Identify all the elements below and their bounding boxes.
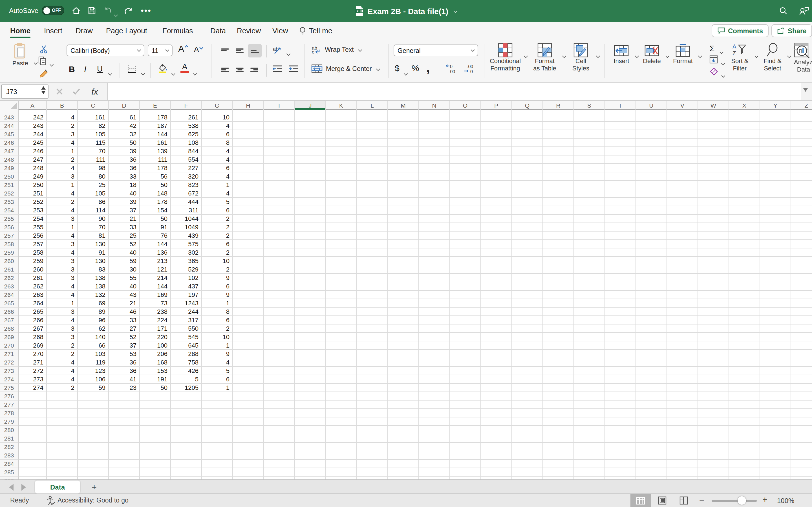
grid-cell[interactable]: 271 — [18, 358, 47, 367]
grid-cell[interactable] — [791, 367, 812, 375]
grid-cell[interactable] — [419, 316, 450, 325]
grid-cell[interactable] — [450, 206, 481, 215]
grid-cell[interactable] — [636, 468, 667, 476]
grid-cell[interactable] — [636, 274, 667, 282]
grid-cell[interactable] — [791, 291, 812, 299]
grid-cell[interactable] — [543, 476, 574, 480]
grid-cell[interactable] — [109, 400, 140, 409]
grid-cell[interactable] — [760, 476, 791, 480]
grid-cell[interactable] — [574, 476, 605, 480]
grid-cell[interactable] — [698, 367, 729, 375]
grid-cell[interactable] — [140, 409, 171, 417]
grid-cell[interactable] — [388, 468, 419, 476]
grid-cell[interactable]: 6 — [202, 164, 233, 172]
grid-cell[interactable] — [760, 110, 791, 113]
grid-cell[interactable]: 66 — [78, 341, 109, 350]
grid-cell[interactable] — [574, 122, 605, 130]
grid-cell[interactable] — [388, 367, 419, 375]
grid-cell[interactable] — [760, 274, 791, 282]
grid-cell[interactable] — [729, 215, 760, 223]
grid-cell[interactable] — [605, 451, 636, 460]
grid-cell[interactable]: 261 — [18, 274, 47, 282]
grid-cell[interactable]: 3 — [47, 265, 78, 274]
grid-cell[interactable]: 80 — [78, 172, 109, 181]
grid-cell[interactable] — [264, 400, 295, 409]
row-header[interactable]: 247 — [0, 147, 18, 156]
grid-cell[interactable]: 5 — [171, 375, 202, 384]
column-header[interactable]: G — [202, 101, 233, 110]
grid-cell[interactable] — [760, 291, 791, 299]
grid-cell[interactable]: 1243 — [171, 299, 202, 307]
grid-cell[interactable] — [233, 138, 264, 147]
grid-cell[interactable] — [171, 392, 202, 400]
grid-cell[interactable] — [574, 282, 605, 291]
grid-cell[interactable] — [698, 215, 729, 223]
grid-cell[interactable]: 550 — [171, 325, 202, 333]
cell-styles-chevron-icon[interactable] — [595, 51, 599, 61]
grid-cell[interactable] — [512, 257, 543, 265]
grid-cell[interactable] — [295, 358, 326, 367]
fill-down-icon[interactable] — [709, 55, 718, 64]
grid-cell[interactable] — [636, 231, 667, 240]
grid-cell[interactable]: 4 — [202, 156, 233, 164]
grid-cell[interactable] — [140, 426, 171, 434]
grid-cell[interactable]: 161 — [78, 113, 109, 122]
grid-cell[interactable]: 4 — [202, 358, 233, 367]
grid-cell[interactable] — [233, 460, 264, 468]
grid-cell[interactable] — [233, 417, 264, 426]
grid-cell[interactable] — [233, 333, 264, 341]
grid-cell[interactable] — [574, 400, 605, 409]
grid-cell[interactable] — [419, 417, 450, 426]
grid-cell[interactable]: 3 — [47, 257, 78, 265]
grid-cell[interactable] — [512, 409, 543, 417]
grid-cell[interactable] — [450, 307, 481, 316]
grid-cell[interactable] — [605, 282, 636, 291]
grid-cell[interactable] — [667, 299, 698, 307]
row-header[interactable]: 270 — [0, 341, 18, 350]
grid-cell[interactable] — [419, 460, 450, 468]
grid-cell[interactable] — [419, 341, 450, 350]
grid-cell[interactable] — [264, 341, 295, 350]
grid-cell[interactable] — [574, 164, 605, 172]
tab-page-layout[interactable]: Page Layout — [106, 22, 147, 40]
grid-cell[interactable]: 1 — [47, 223, 78, 231]
grid-cell[interactable] — [791, 451, 812, 460]
grid-cell[interactable]: 105 — [78, 189, 109, 198]
grid-cell[interactable] — [419, 375, 450, 384]
view-page-layout-button[interactable] — [652, 494, 672, 507]
grid-cell[interactable]: 2 — [202, 231, 233, 240]
grid-cell[interactable] — [512, 274, 543, 282]
grid-cell[interactable]: 575 — [171, 240, 202, 248]
grid-cell[interactable]: 154 — [140, 206, 171, 215]
format-chevron-icon[interactable] — [697, 51, 702, 61]
grid-cell[interactable] — [47, 476, 78, 480]
grid-cell[interactable] — [481, 172, 512, 181]
grid-cell[interactable] — [419, 198, 450, 206]
grid-cell[interactable] — [760, 147, 791, 156]
grid-cell[interactable] — [574, 451, 605, 460]
paste-chevron-icon[interactable] — [33, 57, 37, 68]
grid-cell[interactable] — [326, 341, 357, 350]
fill-color-icon[interactable] — [158, 63, 168, 73]
grid-cell[interactable]: 168 — [140, 358, 171, 367]
grid-cell[interactable] — [450, 147, 481, 156]
grid-cell[interactable] — [388, 341, 419, 350]
grid-cell[interactable]: 9 — [202, 291, 233, 299]
grid-cell[interactable] — [109, 451, 140, 460]
grid-cell[interactable] — [388, 147, 419, 156]
grid-cell[interactable] — [574, 460, 605, 468]
grid-cell[interactable] — [543, 130, 574, 138]
grid-cell[interactable]: 1 — [47, 147, 78, 156]
grid-cell[interactable] — [171, 434, 202, 443]
grid-cell[interactable]: 171 — [140, 325, 171, 333]
grid-cell[interactable]: 266 — [18, 316, 47, 325]
grid-cell[interactable] — [388, 384, 419, 392]
tab-tell-me[interactable]: Tell me — [299, 22, 332, 40]
tab-insert[interactable]: Insert — [44, 22, 62, 40]
grid-cell[interactable] — [729, 451, 760, 460]
grid-cell[interactable] — [450, 350, 481, 358]
underline-chevron-icon[interactable] — [107, 68, 112, 78]
grid-cell[interactable] — [419, 400, 450, 409]
grid-cell[interactable] — [171, 426, 202, 434]
grid-cell[interactable] — [543, 341, 574, 350]
